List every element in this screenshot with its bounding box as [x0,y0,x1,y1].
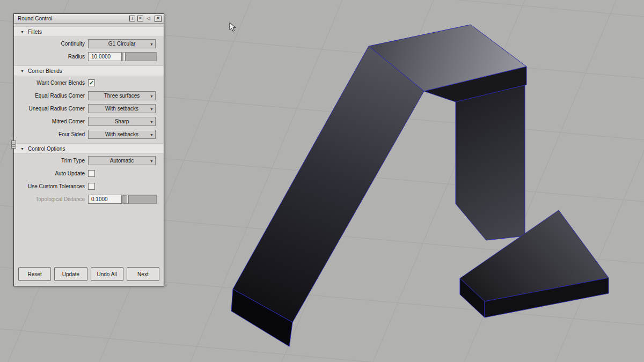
mitred-corner-label: Mitred Corner [15,119,88,124]
equal-radius-corner-dropdown[interactable]: Three surfaces ▼ [88,91,156,100]
topological-distance-input[interactable] [88,195,122,204]
radius-slider[interactable] [122,52,157,61]
chevron-down-icon: ▼ [150,120,153,124]
window-titlebar[interactable]: Round Control i ≡ ◁ ✕ [14,14,164,24]
section-collapse-icon: ▼ [20,147,24,151]
four-sided-dropdown[interactable]: With setbacks ▼ [88,130,156,139]
info-icon[interactable]: i [129,16,135,21]
undo-all-button[interactable]: Undo All [91,267,123,281]
trim-type-label: Trim Type [15,158,88,164]
continuity-value: G1 Circular [108,41,136,47]
section-header-corner-blends[interactable]: ▼ Corner Blends [14,65,164,76]
trim-type-dropdown[interactable]: Automatic ▼ [88,156,156,165]
panel-grip-handle[interactable] [11,141,16,149]
row-equal-radius-corner: Equal Radius Corner Three surfaces ▼ [14,89,164,102]
unequal-radius-corner-dropdown[interactable]: With setbacks ▼ [88,104,156,113]
section-label: Fillets [28,29,42,35]
row-mitred-corner: Mitred Corner Sharp ▼ [14,115,164,128]
equal-radius-corner-value: Three surfaces [104,93,140,99]
topological-distance-slider[interactable] [122,195,157,204]
row-trim-type: Trim Type Automatic ▼ [14,154,164,167]
use-custom-tolerances-label: Use Custom Tolerances [15,183,88,189]
unequal-radius-corner-value: With setbacks [105,106,138,112]
collapse-icon[interactable]: ◁ [145,16,151,21]
mouse-cursor [230,23,236,31]
chevron-down-icon: ▼ [150,159,153,163]
chevron-down-icon: ▼ [150,94,153,98]
four-sided-value: With setbacks [105,131,138,137]
button-row: Reset Update Undo All Next [18,267,159,281]
update-button[interactable]: Update [54,267,87,281]
row-use-custom-tolerances: Use Custom Tolerances [14,180,164,193]
radius-input[interactable] [88,52,122,61]
auto-update-label: Auto Update [15,171,88,176]
equal-radius-corner-label: Equal Radius Corner [15,93,88,99]
chevron-down-icon: ▼ [150,133,153,137]
section-label: Corner Blends [28,68,62,74]
radius-label: Radius [15,54,88,60]
row-four-sided: Four Sided With setbacks ▼ [14,128,164,141]
topological-distance-label: Topological Distance [15,196,88,202]
slider-thumb[interactable] [123,53,126,61]
row-want-corner-blends: Want Corner Blends ✓ [14,76,164,89]
next-button[interactable]: Next [127,267,159,281]
section-collapse-icon: ▼ [20,30,24,34]
use-custom-tolerances-checkbox[interactable] [88,183,95,190]
round-control-window: Round Control i ≡ ◁ ✕ ▼ Fillets Continui… [13,13,164,286]
continuity-dropdown[interactable]: G1 Circular ▼ [88,39,156,48]
chevron-down-icon: ▼ [150,107,153,111]
model-right-leg-face[interactable] [456,85,525,240]
mitred-corner-dropdown[interactable]: Sharp ▼ [88,117,156,126]
row-topological-distance: Topological Distance [14,193,164,205]
section-header-fillets[interactable]: ▼ Fillets [14,26,164,37]
four-sided-label: Four Sided [15,131,88,137]
row-continuity: Continuity G1 Circular ▼ [14,37,164,50]
unequal-radius-corner-label: Unequal Radius Corner [15,106,88,112]
chevron-down-icon: ▼ [150,42,153,46]
trim-type-value: Automatic [110,158,134,164]
auto-update-checkbox[interactable] [88,170,95,177]
row-radius: Radius [14,50,164,63]
list-icon[interactable]: ≡ [137,16,143,21]
close-icon[interactable]: ✕ [155,16,162,22]
want-corner-blends-label: Want Corner Blends [15,80,88,86]
section-label: Control Options [28,146,65,152]
model-left-beam-face[interactable] [233,46,424,322]
row-auto-update: Auto Update [14,167,164,180]
slider-thumb[interactable] [127,195,129,203]
3d-model[interactable] [231,25,609,346]
row-unequal-radius-corner: Unequal Radius Corner With setbacks ▼ [14,102,164,115]
reset-button[interactable]: Reset [18,267,51,281]
section-header-control-options[interactable]: ▼ Control Options [14,143,164,154]
continuity-label: Continuity [15,41,88,47]
section-collapse-icon: ▼ [20,69,24,73]
mitred-corner-value: Sharp [115,119,129,124]
window-title: Round Control [18,16,127,21]
want-corner-blends-checkbox[interactable]: ✓ [88,79,95,86]
